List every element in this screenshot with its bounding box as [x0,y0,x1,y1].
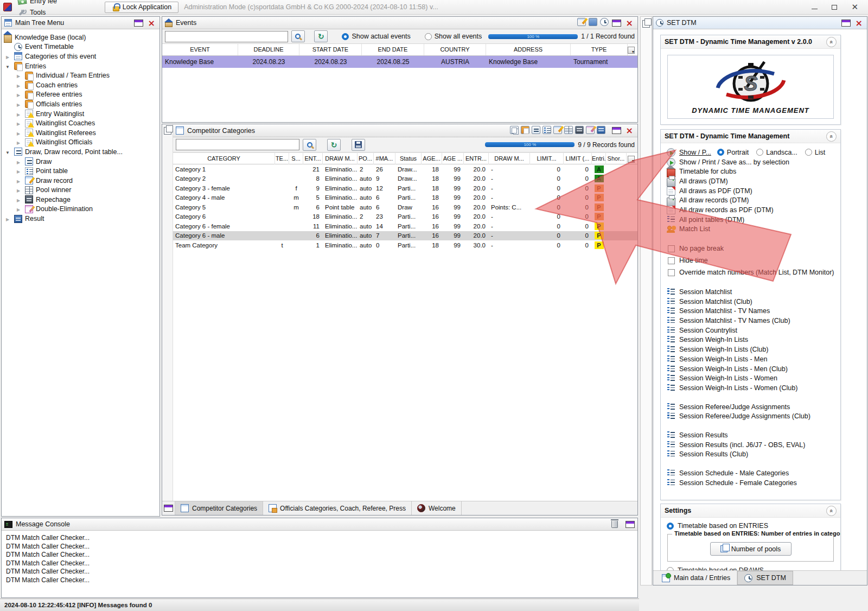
categories-toolbar-icon[interactable] [510,126,519,134]
tree-expander-icon[interactable] [15,177,22,184]
events-toolbar-icon[interactable] [600,18,609,26]
categories-column-header[interactable]: LIMIT... [530,153,564,164]
tree-item[interactable]: Pool winner [2,186,159,195]
categories-column-header[interactable]: #MA... [374,153,395,164]
dtm-maximize-icon[interactable] [841,20,851,27]
category-row[interactable]: Team Category t 1 Eliminatio... auto 0 P… [173,240,637,250]
categories-column-header[interactable]: Shor... [606,153,627,164]
orientation-radio[interactable]: Landsca... [756,149,797,156]
session-list-item[interactable]: Session Countrylist [661,326,840,335]
categories-column-header[interactable]: S... [289,153,303,164]
orientation-radio[interactable]: List [805,149,825,156]
session-list-item[interactable]: Session Matchlist [661,287,840,297]
categories-search-input[interactable] [176,139,299,150]
show-actual-events-radio[interactable]: Show actual events [342,33,410,40]
tree-item[interactable]: Draw record [2,176,159,186]
dtm-action-item[interactable]: All draw records as PDF (DTM) [661,205,840,215]
tab-strip-window-icon[interactable] [164,505,173,512]
categories-toolbar-icon[interactable] [586,126,595,134]
events-column-header[interactable]: TYPE [571,44,628,55]
tree-panel-maximize-icon[interactable] [134,20,143,27]
session-list-item[interactable]: Session Schedule - Male Categories [661,468,840,478]
pages-icon[interactable] [164,127,171,135]
lock-application-button[interactable]: Lock Application [105,2,178,13]
session-list-item[interactable]: Session Matchlist - TV Names [661,307,840,316]
show-print-link[interactable]: Show / P... [679,149,711,156]
tree-expander-icon[interactable] [15,129,22,137]
events-refresh-button[interactable]: ↻ [314,30,328,42]
collapse-chevron-icon[interactable] [826,37,837,47]
categories-column-header[interactable]: PO... [358,153,374,164]
tree-expander-icon[interactable] [15,138,22,146]
category-row[interactable]: Category 3 - female f 9 Eliminatio... au… [173,183,637,193]
session-list-item[interactable]: Session Matchlist - TV Names (Club) [661,316,840,326]
session-list-item[interactable]: Session Results (Club) [661,450,840,460]
session-list-item[interactable]: Session Referee/Judge Assignments [661,402,840,412]
dtm-action-item[interactable]: All draws (DTM) [661,176,840,186]
collapse-chevron-icon[interactable] [826,131,837,142]
categories-column-header[interactable]: DRAW M... [489,153,530,164]
tree-expander-icon[interactable] [15,119,22,127]
category-row[interactable]: Category 1 21 Eliminatio... 2 26 Draw...… [173,164,637,174]
event-row[interactable]: Knowledge Base 2024.08.23 2024.08.23 202… [162,56,637,68]
category-row[interactable]: Category 6 - male 6 Eliminatio... auto 7… [173,231,637,241]
session-list-item[interactable]: Session Weigh-In Lists - Women (Club) [661,383,840,393]
events-column-header[interactable]: COUNTRY [424,44,486,55]
bottom-tab[interactable]: Officials Categories, Coach, Referee, Pr… [263,501,412,515]
session-list-item[interactable]: Session Results (incl. J6/J7 - OBS, EVAL… [661,440,840,450]
orientation-radio[interactable]: Portrait [717,149,749,156]
events-search-input[interactable] [165,31,288,42]
session-list-item[interactable]: Session Results [661,430,840,440]
tree-item[interactable]: Double-Elimination [2,205,159,214]
categories-column-filter-icon[interactable] [628,156,635,163]
dtm-action-item[interactable]: All draws as PDF (DTM) [661,186,840,196]
tree-expander-icon[interactable] [15,158,22,166]
maximize-button[interactable] [832,5,837,10]
session-list-item[interactable]: Session Schedule - Female Categories [661,478,840,488]
categories-column-header[interactable]: LIMIT (... [564,153,592,164]
categories-column-header[interactable]: ENTR... [464,153,489,164]
category-row[interactable]: Category 6 - female 11 Eliminatio... aut… [173,221,637,231]
close-button[interactable]: ✕ [851,2,858,12]
tree-item[interactable]: Waitinglist Referees [2,128,159,138]
clear-console-trash-icon[interactable] [611,521,618,528]
tree-expander-icon[interactable] [15,72,22,79]
events-column-header[interactable]: DEADLINE [238,44,299,55]
events-toolbar-icon[interactable] [577,18,586,26]
events-column-header[interactable]: ADDRESS [486,44,571,55]
tree-item[interactable]: Waitinglist Officials [2,138,159,148]
tree-item[interactable]: Repechage [2,195,159,205]
tree-item[interactable]: Event Timetable [2,42,159,52]
tree-item[interactable]: Draw, Draw record, Point table... [2,147,159,157]
tree-expander-icon[interactable] [4,148,11,156]
pages-icon[interactable] [642,20,650,28]
tree-item[interactable]: Individual / Team Entries [2,71,159,80]
events-column-filter-icon[interactable] [628,47,635,54]
tree-item[interactable]: Entry Waitinglist [2,109,159,119]
category-row[interactable]: Category 2 8 Eliminatio... auto 9 Draw..… [173,174,637,184]
categories-toolbar-icon[interactable] [597,126,605,134]
tree-item[interactable]: Coach entries [2,80,159,90]
tree-item[interactable]: Entries [2,61,159,71]
tree-item[interactable]: Officials entries [2,99,159,109]
dtm-action-item[interactable]: All draw records (DTM) [661,195,840,205]
categories-search-button[interactable] [303,139,316,151]
dtm-action-item[interactable]: Timetable for clubs [661,167,840,176]
tree-expander-icon[interactable] [15,167,22,175]
events-column-header[interactable]: EVENT [162,44,238,55]
tree-expander-icon[interactable] [4,62,11,70]
categories-maximize-icon[interactable] [612,127,621,134]
tree-expander-icon[interactable] [4,215,11,222]
dtm-action-item[interactable]: Show / Print / Save as... by selection [661,157,840,167]
events-column-header[interactable]: START DATE [299,44,362,55]
right-panel-tab[interactable]: Main data / Entries [655,571,737,585]
bottom-tab[interactable]: Welcome [412,501,462,515]
categories-save-button[interactable] [352,139,365,151]
categories-refresh-button[interactable]: ↻ [327,139,341,151]
categories-column-header[interactable]: Entri... [592,153,606,164]
tree-expander-icon[interactable] [15,91,22,98]
categories-column-header[interactable]: TE... [275,153,289,164]
show-all-events-radio[interactable]: Show all events [425,33,482,40]
menu-item[interactable]: Entry fee [13,0,99,7]
categories-toolbar-icon[interactable] [553,126,562,134]
